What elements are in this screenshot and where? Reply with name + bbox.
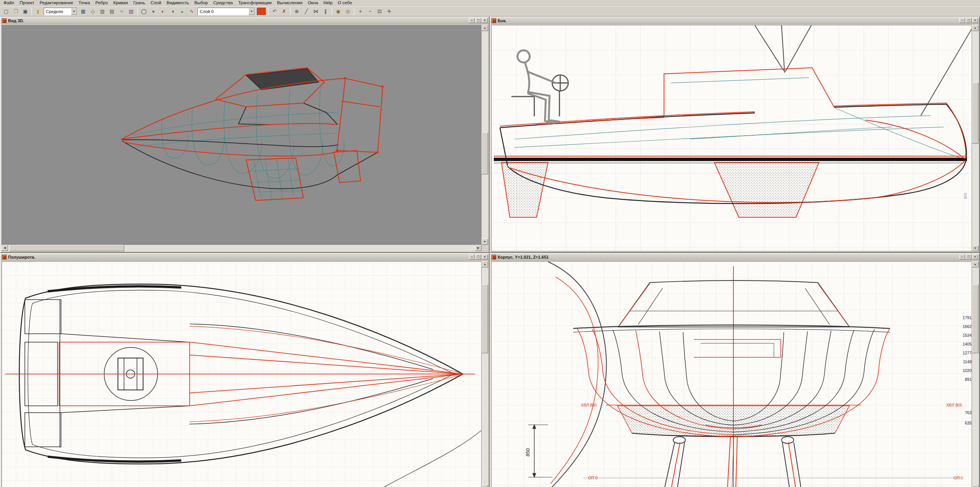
- menu-item-5[interactable]: Кривая: [111, 0, 131, 6]
- menu-item-12[interactable]: Вычисления: [274, 0, 305, 6]
- scroll-down-icon[interactable]: ▼: [972, 245, 978, 251]
- menu-item-8[interactable]: Видимость: [164, 0, 192, 6]
- menu-item-3[interactable]: Точка: [76, 0, 93, 6]
- show-control-net-button[interactable]: ▦: [79, 7, 88, 16]
- dropdown-arrow-icon[interactable]: ▼: [71, 8, 77, 15]
- vertical-scrollbar[interactable]: ▲ ▼: [482, 25, 488, 245]
- show-interior-edges-button[interactable]: ◇: [88, 7, 97, 16]
- minimize-button[interactable]: –: [469, 18, 475, 23]
- window-icon: [2, 18, 7, 23]
- window-icon: [492, 18, 496, 23]
- menu-item-2[interactable]: Редактирование: [37, 0, 76, 6]
- menu-item-7[interactable]: Слой: [148, 0, 164, 6]
- minimize-button[interactable]: –: [959, 18, 965, 23]
- viewport-3d[interactable]: [2, 25, 482, 245]
- zoom-out-button[interactable]: −: [365, 7, 375, 16]
- layer-dropdown[interactable]: Слой 0 ▼: [197, 8, 255, 15]
- minimize-button[interactable]: –: [469, 254, 475, 259]
- menu-item-10[interactable]: Средства: [210, 0, 235, 6]
- maximize-button[interactable]: □: [966, 18, 972, 23]
- scroll-up-icon[interactable]: ▲: [482, 261, 488, 267]
- new-project-button[interactable]: ▢: [2, 7, 11, 16]
- delete-button[interactable]: ✗: [280, 7, 289, 16]
- scroll-left-icon[interactable]: ◀: [2, 245, 8, 251]
- scroll-up-icon[interactable]: ▲: [972, 25, 978, 31]
- menu-item-4[interactable]: Ребро: [93, 0, 111, 6]
- vertical-scrollbar[interactable]: ▲ ▼: [972, 25, 978, 251]
- zoom-extents-button[interactable]: ⊡: [375, 7, 384, 16]
- scroll-thumb[interactable]: [9, 245, 124, 251]
- save-icon: ▣: [23, 9, 28, 14]
- scroll-down-icon[interactable]: ▼: [482, 485, 488, 487]
- open-project-button[interactable]: ❐: [11, 7, 20, 16]
- import-export-button[interactable]: ▮: [33, 7, 43, 16]
- maximize-button[interactable]: □: [475, 18, 481, 23]
- scroll-up-icon[interactable]: ▲: [482, 25, 488, 31]
- close-button[interactable]: ×: [482, 18, 488, 23]
- menu-item-13[interactable]: Окна: [305, 0, 321, 6]
- viewport-plan[interactable]: [2, 261, 482, 487]
- layer-color-swatch[interactable]: [257, 8, 266, 15]
- developability-button[interactable]: ◒: [178, 7, 187, 16]
- dropdown-arrow-icon[interactable]: ▼: [248, 8, 255, 15]
- scroll-thumb[interactable]: [482, 132, 488, 174]
- close-button[interactable]: ×: [482, 254, 488, 259]
- split-edge-button[interactable]: ⋈: [311, 7, 321, 16]
- add-point-button[interactable]: ⊕: [292, 7, 301, 16]
- wireframe-view-button[interactable]: ◯: [139, 7, 148, 16]
- developable-globe-icon: ◒: [181, 9, 184, 14]
- horizontal-scrollbar[interactable]: ◀ ▶: [2, 245, 482, 251]
- scale-label: 1148: [952, 359, 972, 364]
- shaded-view-button[interactable]: ●: [149, 7, 158, 16]
- menu-item-1[interactable]: Проект: [17, 0, 37, 6]
- show-stations-button[interactable]: ▥: [98, 7, 107, 16]
- scroll-down-icon[interactable]: ▼: [972, 485, 978, 487]
- add-edge-button[interactable]: ╱: [302, 7, 311, 16]
- collapse-edge-button[interactable]: ∥: [321, 7, 330, 16]
- waterlines-icon: ≈: [120, 9, 123, 14]
- zoom-in-button[interactable]: +: [356, 7, 365, 16]
- minimize-button[interactable]: –: [959, 254, 965, 259]
- titlebar[interactable]: Вид 3D. – □ ×: [1, 17, 489, 24]
- menu-item-9[interactable]: Выбор: [192, 0, 210, 6]
- zebra-view-button[interactable]: ◑: [168, 7, 177, 16]
- maximize-button[interactable]: □: [475, 254, 481, 259]
- collapse-edge-icon: ∥: [324, 9, 327, 14]
- show-buttocks-button[interactable]: ▤: [107, 7, 117, 16]
- titlebar[interactable]: Бок. – □ ×: [490, 17, 979, 24]
- show-diagonals-button[interactable]: ▧: [127, 7, 136, 16]
- lock-points-button[interactable]: ◉: [334, 7, 343, 16]
- menu-item-11[interactable]: Трансформации: [235, 0, 274, 6]
- maximize-button[interactable]: □: [966, 254, 972, 259]
- titlebar[interactable]: Корпус. Y=1.021, Z=1.651 – □ ×: [490, 254, 979, 261]
- show-curvature-button[interactable]: ∿: [187, 7, 196, 16]
- close-button[interactable]: ×: [972, 18, 978, 23]
- new-file-icon: ▢: [4, 9, 8, 14]
- show-waterlines-button[interactable]: ≈: [117, 7, 126, 16]
- main-toolbar: ▢❐▣▮ Средняя ▼ ▦◇▥▤≈▧◯●◐◑◒∿ Слой 0 ▼ ↶✗⊕…: [0, 6, 980, 16]
- menu-item-6[interactable]: Грань: [131, 0, 148, 6]
- pan-view-button[interactable]: ✛: [385, 7, 394, 16]
- window-side-view: Бок. – □ ×: [490, 16, 980, 253]
- undo-button[interactable]: ↶: [270, 7, 279, 16]
- viewport-side[interactable]: всп: [491, 25, 972, 251]
- scroll-up-icon[interactable]: ▲: [972, 261, 978, 267]
- viewport-body[interactable]: 1791 1662 1534 1405 1277 1148 1020 891 7…: [491, 261, 972, 487]
- titlebar[interactable]: Полуширота. – □ ×: [1, 254, 489, 261]
- vertical-scrollbar[interactable]: ▲ ▼: [972, 261, 978, 487]
- scale-label: 763: [952, 410, 972, 415]
- unlock-points-button[interactable]: ◎: [343, 7, 352, 16]
- scroll-thumb[interactable]: [972, 82, 978, 144]
- scroll-down-icon[interactable]: ▼: [482, 239, 488, 245]
- close-button[interactable]: ×: [972, 254, 978, 259]
- menu-item-14[interactable]: Help: [321, 0, 335, 6]
- vertical-scrollbar[interactable]: ▲ ▼: [482, 261, 488, 487]
- scroll-thumb[interactable]: [482, 284, 488, 353]
- precision-dropdown[interactable]: Средняя ▼: [44, 8, 77, 15]
- save-project-button[interactable]: ▣: [21, 7, 30, 16]
- gaussian-curvature-button[interactable]: ◐: [158, 7, 168, 16]
- scroll-thumb[interactable]: [972, 284, 978, 353]
- menu-item-0[interactable]: Файл: [1, 0, 17, 6]
- scroll-right-icon[interactable]: ▶: [475, 245, 482, 251]
- menu-item-15[interactable]: О себе: [335, 0, 355, 6]
